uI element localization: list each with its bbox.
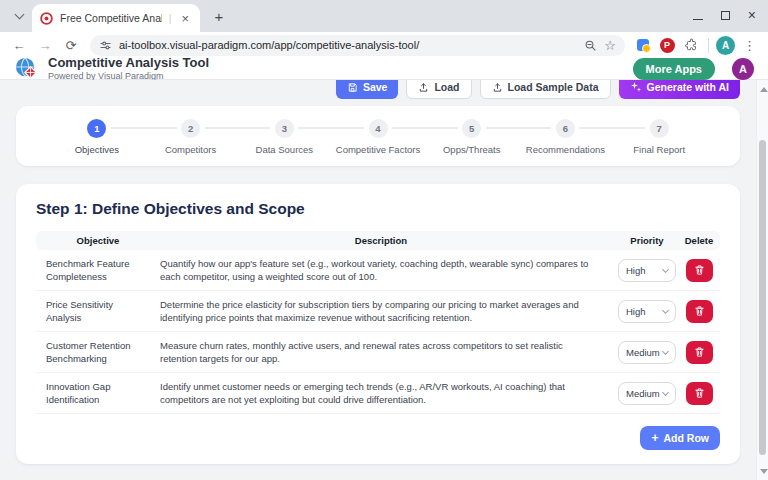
- plus-icon: +: [651, 431, 658, 445]
- delete-row-button[interactable]: [686, 300, 713, 323]
- browser-menu-icon[interactable]: ⋮: [739, 38, 760, 53]
- column-header-priority: Priority: [616, 235, 678, 246]
- step-label: Objectives: [50, 144, 144, 155]
- chevron-down-icon: [662, 347, 669, 354]
- step-data-sources[interactable]: 3 Data Sources: [237, 118, 331, 155]
- browser-tab[interactable]: Free Competitive Analysis Tool | ×: [32, 4, 200, 32]
- browser-window: Free Competitive Analysis Tool | × + × ←…: [0, 0, 768, 480]
- site-favicon: [40, 12, 53, 25]
- step-label: Competitors: [144, 144, 238, 155]
- tab-title: Free Competitive Analysis Tool: [60, 12, 162, 24]
- description-cell: Determine the price elasticity for subsc…: [156, 298, 616, 324]
- column-header-description: Description: [156, 235, 616, 246]
- minimize-button[interactable]: [693, 6, 703, 24]
- step-label: Final Report: [612, 144, 706, 155]
- maximize-icon: [721, 11, 730, 20]
- step-number: 5: [462, 119, 481, 138]
- add-row-button[interactable]: + Add Row: [640, 426, 720, 450]
- url-text[interactable]: ai-toolbox.visual-paradigm.com/app/compe…: [119, 39, 577, 51]
- step-number: 4: [369, 119, 388, 138]
- app-header: Competitive Analysis Tool Powered by Vis…: [0, 58, 768, 80]
- maximize-button[interactable]: [721, 6, 730, 24]
- app-titles: Competitive Analysis Tool Powered by Vis…: [48, 56, 624, 81]
- address-bar[interactable]: ai-toolbox.visual-paradigm.com/app/compe…: [90, 35, 625, 56]
- extensions-puzzle-icon[interactable]: [681, 35, 701, 55]
- pinterest-extension-icon[interactable]: P: [657, 35, 677, 55]
- column-header-objective: Objective: [36, 235, 156, 246]
- load-button[interactable]: Load: [406, 80, 471, 99]
- description-cell: Measure churn rates, monthly active user…: [156, 339, 616, 365]
- step-recommendations[interactable]: 6 Recommendations: [519, 118, 613, 155]
- delete-row-button[interactable]: [686, 382, 713, 405]
- column-header-delete: Delete: [678, 235, 720, 246]
- chevron-down-icon: [662, 306, 669, 313]
- action-toolbar: Save Load Load Sample Data Generate with…: [16, 80, 740, 99]
- minimize-icon: [693, 19, 703, 20]
- step1-card: Step 1: Define Objectives and Scope Obje…: [16, 184, 740, 464]
- step-competitive-factors[interactable]: 4 Competitive Factors: [331, 118, 425, 155]
- more-apps-button[interactable]: More Apps: [633, 58, 715, 80]
- objective-cell: Innovation Gap Identification: [36, 380, 156, 406]
- trash-icon: [694, 305, 705, 317]
- step-number: 6: [556, 119, 575, 138]
- step-number: 1: [87, 119, 106, 138]
- load-sample-data-button[interactable]: Load Sample Data: [480, 80, 611, 99]
- objective-cell: Price Sensitivity Analysis: [36, 298, 156, 324]
- chevron-down-icon: [662, 388, 669, 395]
- step-label: Recommendations: [519, 144, 613, 155]
- zoom-out-icon[interactable]: [584, 39, 597, 52]
- window-close-button[interactable]: ×: [748, 8, 756, 22]
- delete-row-button[interactable]: [686, 259, 713, 282]
- table-row: Customer Retention Benchmarking Measure …: [36, 332, 720, 373]
- site-settings-icon[interactable]: [99, 39, 112, 52]
- objective-cell: Customer Retention Benchmarking: [36, 339, 156, 365]
- description-cell: Quantify how our app's feature set (e.g.…: [156, 257, 616, 283]
- tab-search-button[interactable]: [6, 3, 32, 29]
- toolbar-divider: [708, 38, 709, 53]
- priority-select[interactable]: Medium: [618, 382, 676, 405]
- step-number: 7: [650, 119, 669, 138]
- trash-icon: [694, 346, 705, 358]
- step-objectives[interactable]: 1 Objectives: [50, 118, 144, 155]
- sparkles-icon: [630, 81, 642, 93]
- stepper-card: 1 Objectives 2 Competitors 3 Data Source…: [16, 106, 740, 166]
- save-button[interactable]: Save: [336, 80, 399, 99]
- scrollbar-down-arrow-icon[interactable]: [760, 469, 768, 474]
- forward-button[interactable]: →: [34, 34, 56, 56]
- delete-row-button[interactable]: [686, 341, 713, 364]
- chevron-down-icon: [662, 265, 669, 272]
- visual-paradigm-logo: [14, 56, 39, 81]
- scrollbar-thumb[interactable]: [759, 140, 766, 455]
- pinterest-icon: P: [660, 38, 675, 53]
- step-label: Data Sources: [237, 144, 331, 155]
- app-title: Competitive Analysis Tool: [48, 56, 624, 71]
- user-avatar[interactable]: A: [732, 58, 754, 80]
- page-scrollbar[interactable]: [756, 80, 768, 480]
- generate-with-ai-button[interactable]: Generate with AI: [619, 80, 740, 99]
- new-tab-button[interactable]: +: [206, 3, 232, 29]
- objective-cell: Benchmark Feature Completeness: [36, 257, 156, 283]
- upload-icon: [492, 82, 503, 93]
- reload-button[interactable]: ⟳: [60, 34, 82, 56]
- chevron-down-icon: [14, 10, 24, 20]
- trash-icon: [694, 387, 705, 399]
- bookmark-star-icon[interactable]: ☆: [604, 38, 616, 53]
- tab-strip: Free Competitive Analysis Tool | × + ×: [0, 0, 768, 32]
- step-final-report[interactable]: 7 Final Report: [612, 118, 706, 155]
- scrollbar-up-arrow-icon[interactable]: [760, 87, 768, 92]
- priority-select[interactable]: High: [618, 259, 676, 282]
- page-title: Step 1: Define Objectives and Scope: [36, 200, 720, 218]
- save-icon: [347, 82, 358, 93]
- drive-extension-icon[interactable]: [633, 35, 653, 55]
- table-row: Price Sensitivity Analysis Determine the…: [36, 291, 720, 332]
- trash-icon: [694, 264, 705, 276]
- browser-profile-avatar[interactable]: A: [716, 36, 735, 55]
- step-opps-threats[interactable]: 5 Opps/Threats: [425, 118, 519, 155]
- priority-select[interactable]: High: [618, 300, 676, 323]
- upload-icon: [418, 82, 429, 93]
- step-number: 3: [275, 119, 294, 138]
- priority-select[interactable]: Medium: [618, 341, 676, 364]
- step-competitors[interactable]: 2 Competitors: [144, 118, 238, 155]
- back-button[interactable]: ←: [8, 34, 30, 56]
- tab-close-icon[interactable]: ×: [178, 11, 192, 26]
